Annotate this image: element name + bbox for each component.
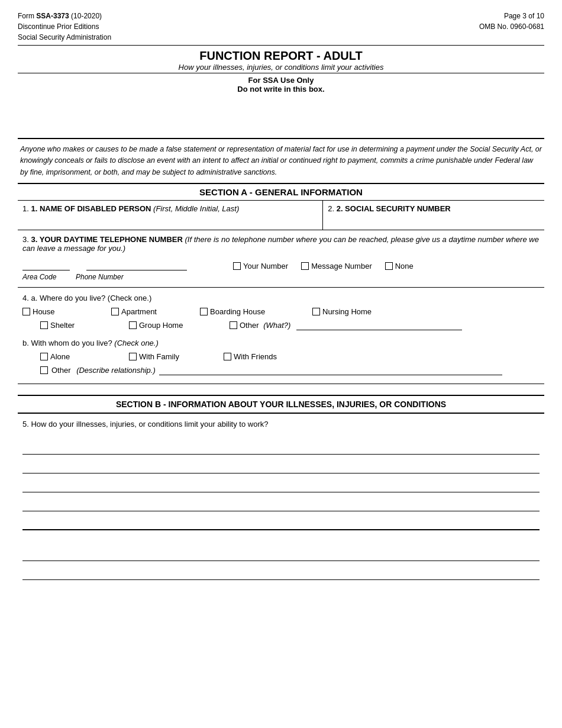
shelter-label: Shelter (50, 321, 75, 330)
page-number: Page 3 of 10 (479, 11, 544, 21)
none-checkbox[interactable] (385, 262, 393, 270)
ssa-use-sublabel: Do not write in this box. (18, 85, 544, 94)
phone-question: 3. 3. YOUR DAYTIME TELEPHONE NUMBER (If … (22, 235, 540, 253)
message-number-label: Message Number (311, 262, 372, 270)
section-b-content: 5. How do your illnesses, injuries, or c… (18, 414, 544, 580)
form-number: Form SSA-3373 (10-2020) (18, 11, 111, 21)
none-label: None (395, 262, 414, 270)
answer-line-1 (22, 437, 540, 455)
spacer (22, 531, 540, 543)
with-family-checkbox[interactable] (129, 353, 137, 360)
with-family-label: With Family (139, 352, 179, 361)
alone-checkbox[interactable] (40, 353, 48, 360)
boarding-house-option: Boarding House (200, 307, 312, 316)
other-checkbox[interactable] (230, 321, 237, 329)
with-friends-label: With Friends (234, 352, 277, 361)
other-label: Other (240, 321, 259, 330)
live-checkboxes-row2: Shelter Group Home Other (What?) (22, 320, 540, 330)
answer-line-3 (22, 475, 540, 492)
name-ssn-row: 1. 1. NAME OF DISABLED PERSON (First, Mi… (18, 201, 544, 230)
question5-label: 5. How do your illnesses, injuries, or c… (22, 420, 540, 429)
header-left: Form SSA-3373 (10-2020) Discontinue Prio… (18, 11, 111, 43)
whom-row1: Alone With Family With Friends (22, 352, 540, 361)
apartment-label: Apartment (121, 307, 157, 316)
house-label: House (33, 307, 55, 316)
group-home-checkbox[interactable] (129, 321, 137, 329)
ssa-use-label: For SSA Use Only (18, 76, 544, 85)
alone-option: Alone (40, 352, 129, 361)
shelter-option: Shelter (40, 321, 129, 330)
ssa-use-box: For SSA Use Only Do not write in this bo… (18, 73, 544, 138)
live-checkboxes-row1: House Apartment Boarding House Nursing H… (22, 307, 540, 316)
message-number-checkbox[interactable] (301, 262, 309, 270)
with-friends-checkbox[interactable] (224, 353, 231, 360)
with-family-option: With Family (129, 352, 224, 361)
area-code-label: Area Code (22, 273, 70, 281)
alone-label: Alone (50, 352, 70, 361)
whom-other-label: Other (51, 366, 71, 375)
name-label: 1. 1. NAME OF DISABLED PERSON (First, Mi… (22, 204, 239, 213)
house-checkbox[interactable] (22, 308, 30, 315)
other-what-label: (What?) (261, 321, 291, 330)
whom-other-checkbox[interactable] (40, 366, 48, 374)
apartment-checkbox[interactable] (111, 308, 119, 315)
whom-other-row: Other (Describe relationship.) (22, 365, 540, 375)
main-title: FUNCTION REPORT - ADULT (18, 49, 544, 63)
name-field-col: 1. 1. NAME OF DISABLED PERSON (First, Mi… (18, 201, 323, 230)
answer-line-5-thick (22, 513, 540, 530)
agency-label: Social Security Administration (18, 32, 111, 43)
where-live-question: 4. a. Where do you live? (Check one.) (22, 294, 540, 302)
header-top: Form SSA-3373 (10-2020) Discontinue Prio… (18, 11, 544, 43)
ssn-field-col: 2. 2. SOCIAL SECURITY NUMBER (323, 201, 544, 230)
with-whom-section: b. With whom do you live? (Check one.) A… (22, 339, 540, 375)
answer-line-6 (22, 543, 540, 561)
page: Form SSA-3373 (10-2020) Discontinue Prio… (0, 0, 562, 728)
boarding-house-label: Boarding House (210, 307, 265, 316)
answer-line-4 (22, 494, 540, 511)
answer-line-2 (22, 456, 540, 473)
house-option: House (22, 307, 111, 316)
your-number-checkbox[interactable] (233, 262, 241, 270)
area-code-input[interactable] (22, 257, 70, 270)
shelter-checkbox[interactable] (40, 321, 48, 329)
apartment-option: Apartment (111, 307, 200, 316)
phone-field-box (22, 257, 76, 270)
answer-line-7 (22, 562, 540, 580)
phone-num-label: Phone Number (76, 273, 124, 281)
nursing-home-option: Nursing Home (312, 307, 401, 316)
nursing-home-label: Nursing Home (322, 307, 372, 316)
header-right: Page 3 of 10 OMB No. 0960-0681 (479, 11, 544, 32)
section-b-header: SECTION B - INFORMATION ABOUT YOUR ILLNE… (18, 395, 544, 414)
boarding-house-checkbox[interactable] (200, 308, 208, 315)
your-number-label: Your Number (243, 262, 288, 270)
whom-other-input[interactable] (159, 365, 502, 375)
group-home-label: Group Home (139, 321, 183, 330)
ssn-label: 2. 2. SOCIAL SECURITY NUMBER (328, 204, 451, 213)
section-a-header: SECTION A - GENERAL INFORMATION (18, 183, 544, 201)
title-section: FUNCTION REPORT - ADULT How your illness… (18, 45, 544, 73)
other-what-input[interactable] (296, 320, 462, 330)
message-number-option: Message Number (301, 262, 372, 270)
whom-describe-label: (Describe relationship.) (75, 366, 156, 375)
disclaimer: Anyone who makes or causes to be made a … (18, 138, 544, 183)
phone-section: 3. 3. YOUR DAYTIME TELEPHONE NUMBER (If … (18, 230, 544, 288)
answer-lines (22, 437, 540, 580)
subtitle: How your illnesses, injuries, or conditi… (18, 63, 544, 72)
with-friends-option: With Friends (224, 352, 312, 361)
with-whom-question: b. With whom do you live? (Check one.) (22, 339, 540, 347)
omb-number: OMB No. 0960-0681 (479, 21, 544, 32)
other-option: Other (What?) (230, 320, 462, 330)
group-home-option: Group Home (129, 321, 218, 330)
phone-number-field-box (86, 257, 187, 270)
your-number-option: Your Number (233, 262, 288, 270)
where-live-section: 4. a. Where do you live? (Check one.) Ho… (18, 288, 544, 384)
nursing-home-checkbox[interactable] (312, 308, 320, 315)
none-option: None (385, 262, 414, 270)
disclaimer-text: Anyone who makes or causes to be made a … (20, 145, 542, 176)
phone-checkboxes: Your Number Message Number None (233, 262, 414, 270)
phone-number-input[interactable] (86, 257, 187, 270)
discontinue-label: Discontinue Prior Editions (18, 21, 111, 32)
